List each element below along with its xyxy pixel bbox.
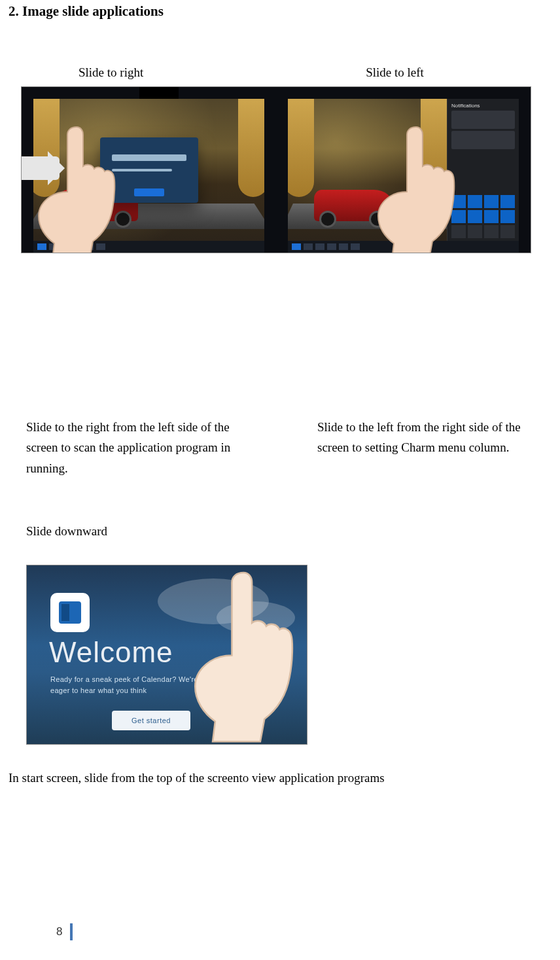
label-slide-right: Slide to right: [79, 65, 143, 80]
desc-slide-right: Slide to the right from the left side of…: [26, 417, 236, 478]
welcome-heading: Welcome: [49, 636, 173, 669]
figure-slide-right: [22, 87, 276, 253]
hand-gesture-icon: [22, 122, 139, 253]
hand-gesture-icon: [173, 565, 307, 745]
page-footer: 8: [56, 923, 73, 940]
label-slide-downward: Slide downward: [26, 524, 560, 539]
footer-accent-bar: [70, 923, 73, 940]
desc-slide-downward: In start screen, slide from the top of t…: [9, 771, 560, 785]
label-slide-left: Slide to left: [366, 65, 424, 80]
figure-slide-left: Notifications: [276, 87, 531, 253]
notification-title: Notifications: [451, 103, 515, 109]
hand-gesture-icon: [361, 122, 479, 253]
outlook-icon: [50, 593, 90, 632]
section-title: 2. Image slide applications: [0, 0, 560, 20]
figure-slide-downward: Welcome Ready for a sneak peek of Calend…: [26, 565, 307, 745]
desc-slide-left: Slide to the left from the right side of…: [317, 417, 546, 478]
figure-dual-swipe: Notifications: [21, 86, 531, 253]
page-number: 8: [56, 925, 62, 938]
